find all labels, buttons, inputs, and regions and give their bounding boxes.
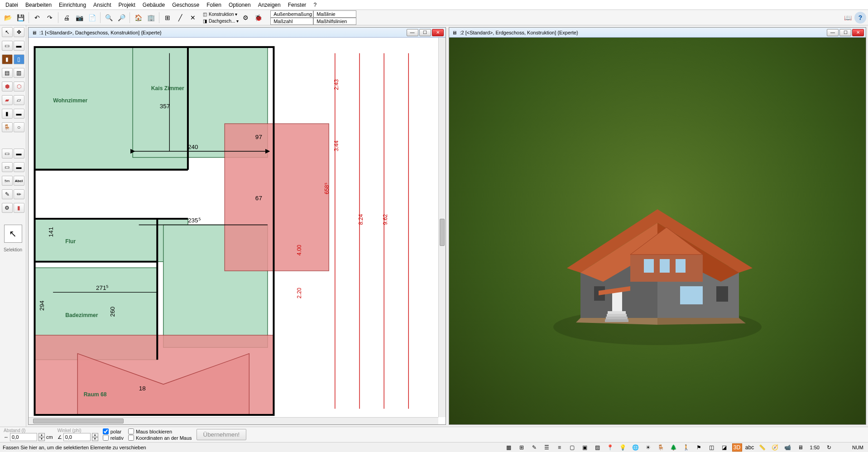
- menu-optionen[interactable]: Optionen: [225, 1, 254, 9]
- wall2-tool-icon[interactable]: ▬: [14, 41, 24, 51]
- slab2-tool-icon[interactable]: ▱: [14, 95, 24, 105]
- scale-display[interactable]: 1:50: [808, 445, 821, 450]
- sb-globe-icon[interactable]: 🌐: [631, 443, 641, 452]
- extra-tool2-icon[interactable]: 🐞: [252, 12, 264, 24]
- path-tool-icon[interactable]: ▭: [2, 162, 13, 172]
- print-icon[interactable]: 🖨: [61, 12, 72, 24]
- minimize-button[interactable]: —: [407, 29, 418, 36]
- dim-tool-icon[interactable]: 5m: [2, 176, 13, 186]
- furniture-tool-icon[interactable]: 🪑: [2, 122, 13, 132]
- plan-canvas[interactable]: Wohnzimmer Kais Zimmer Flur Badezimmer R…: [29, 38, 446, 424]
- render-viewport[interactable]: [449, 38, 866, 424]
- zoom-icon[interactable]: 🔍: [103, 12, 115, 24]
- sb-grid-icon[interactable]: ⊞: [517, 443, 527, 452]
- menu-projekt[interactable]: Projekt: [115, 1, 139, 9]
- column-tool-icon[interactable]: ▮: [2, 109, 13, 119]
- zoom-area-icon[interactable]: 🔎: [115, 12, 127, 24]
- menu-fenster[interactable]: Fenster: [284, 1, 310, 9]
- winkel-input[interactable]: [63, 433, 91, 441]
- geschoss-dropdown[interactable]: Dachgesch... ▾: [209, 19, 239, 24]
- menu-einrichtung[interactable]: Einrichtung: [55, 1, 90, 9]
- konstruktion-dropdown[interactable]: Konstruktion ▾: [209, 12, 237, 17]
- pencil-tool-icon[interactable]: ✎: [2, 189, 13, 199]
- sb-pin-icon[interactable]: 📍: [605, 443, 615, 452]
- close-button[interactable]: ✕: [852, 29, 864, 36]
- sb-ruler-icon[interactable]: 📏: [758, 443, 767, 452]
- roof-tool-icon[interactable]: ⬢: [2, 82, 13, 91]
- sb-chair-icon[interactable]: 🪑: [656, 443, 666, 452]
- sb-person-icon[interactable]: 🚶: [681, 443, 691, 452]
- vertical-scrollbar[interactable]: [438, 38, 446, 417]
- menu-ansicht[interactable]: Ansicht: [90, 1, 115, 9]
- text-tool-icon[interactable]: AbcI: [14, 176, 24, 186]
- sb-view1-icon[interactable]: ▦: [504, 443, 514, 452]
- terrain-tool-icon[interactable]: ▭: [2, 149, 13, 159]
- dim-masszahl[interactable]: Maßzahl: [270, 18, 313, 25]
- stairs-tool-icon[interactable]: ▤: [2, 68, 13, 78]
- pane-plan-titlebar[interactable]: 🖥 :1 [<Standard>, Dachgeschoss, Konstruk…: [29, 28, 446, 38]
- save-icon[interactable]: 💾: [14, 12, 26, 24]
- relativ-checkbox[interactable]: relativ: [103, 435, 124, 441]
- sb-layers2-icon[interactable]: ≡: [555, 443, 565, 452]
- apply-button[interactable]: Übernehmen!: [197, 429, 247, 440]
- menu-help[interactable]: ?: [310, 1, 320, 9]
- beam-tool-icon[interactable]: ▬: [14, 109, 24, 119]
- pane-3d-titlebar[interactable]: 🖥 :2 [<Standard>, Erdgeschoss, Konstrukt…: [449, 28, 866, 38]
- sb-3d-button[interactable]: 3D: [732, 443, 742, 452]
- roof2-tool-icon[interactable]: ⬡: [14, 82, 24, 91]
- sb-history-icon[interactable]: ↻: [824, 443, 834, 452]
- sb-box1-icon[interactable]: ▢: [567, 443, 577, 452]
- chimney-tool-icon[interactable]: ▮: [14, 203, 24, 213]
- menu-geschosse[interactable]: Geschosse: [168, 1, 203, 9]
- pan-tool-icon[interactable]: ✥: [14, 27, 24, 37]
- pipe-tool-icon[interactable]: ⚙: [2, 203, 13, 213]
- sb-compass-icon[interactable]: 🧭: [770, 443, 780, 452]
- selection-cursor-icon[interactable]: ↖: [4, 225, 22, 243]
- document-icon[interactable]: 📄: [86, 12, 98, 24]
- open-icon[interactable]: 📂: [2, 12, 14, 24]
- sb-camera-icon[interactable]: 📹: [783, 443, 793, 452]
- sb-abc-icon[interactable]: abc: [745, 443, 755, 452]
- terrain2-tool-icon[interactable]: ▬: [14, 149, 24, 159]
- sb-sun-icon[interactable]: ☀: [643, 443, 653, 452]
- object-tool-icon[interactable]: ○: [14, 122, 24, 132]
- book-icon[interactable]: 📖: [842, 12, 854, 24]
- maximize-button[interactable]: ☐: [839, 29, 851, 36]
- select-tool-icon[interactable]: ↖: [2, 27, 13, 37]
- sb-pencil-icon[interactable]: ✎: [529, 443, 539, 452]
- wall-tool-icon[interactable]: ▭: [2, 41, 13, 51]
- door-tool-icon[interactable]: ▮: [2, 54, 13, 64]
- winkel-spinner[interactable]: ▲▼: [92, 433, 98, 441]
- area-tool-icon[interactable]: ▬: [14, 162, 24, 172]
- pencil2-tool-icon[interactable]: ✏: [14, 189, 24, 199]
- abstand-spinner[interactable]: ▲▼: [38, 433, 45, 441]
- building-icon[interactable]: 🏢: [145, 12, 157, 24]
- cross-icon[interactable]: ✕: [187, 12, 199, 24]
- abstand-input[interactable]: [10, 433, 37, 441]
- minimize-button[interactable]: —: [827, 29, 839, 36]
- menu-folien[interactable]: Folien: [203, 1, 225, 9]
- dim-hilfslinien[interactable]: Maßhilfslinien: [313, 18, 356, 25]
- sb-cube2-icon[interactable]: ◪: [719, 443, 729, 452]
- help-icon[interactable]: ?: [854, 12, 866, 24]
- horizontal-scrollbar[interactable]: [29, 417, 438, 424]
- menu-gebaeude[interactable]: Gebäude: [139, 1, 168, 9]
- sb-lamp-icon[interactable]: 💡: [618, 443, 628, 452]
- sb-layers-icon[interactable]: ☰: [542, 443, 552, 452]
- sb-flag-icon[interactable]: ⚑: [694, 443, 704, 452]
- polar-checkbox[interactable]: polar: [103, 428, 124, 434]
- grid-icon[interactable]: ⊞: [162, 12, 173, 24]
- maximize-button[interactable]: ☐: [419, 29, 431, 36]
- window-tool-icon[interactable]: ▯: [14, 54, 24, 64]
- menu-bearbeiten[interactable]: Bearbeiten: [22, 1, 55, 9]
- menu-anzeigen[interactable]: Anzeigen: [254, 1, 284, 9]
- tool-icon[interactable]: 🏠: [132, 12, 144, 24]
- sb-tree-icon[interactable]: 🌲: [669, 443, 679, 452]
- stairs2-tool-icon[interactable]: ▥: [14, 68, 24, 78]
- sb-box2-icon[interactable]: ▣: [580, 443, 590, 452]
- extra-tool-icon[interactable]: ⚙: [240, 12, 251, 24]
- redo-icon[interactable]: ↷: [44, 12, 56, 24]
- dim-aussen[interactable]: Außenbemaßung: [270, 10, 313, 18]
- undo-icon[interactable]: ↶: [31, 12, 43, 24]
- koord-maus-checkbox[interactable]: Koordinaten an der Maus: [128, 435, 192, 441]
